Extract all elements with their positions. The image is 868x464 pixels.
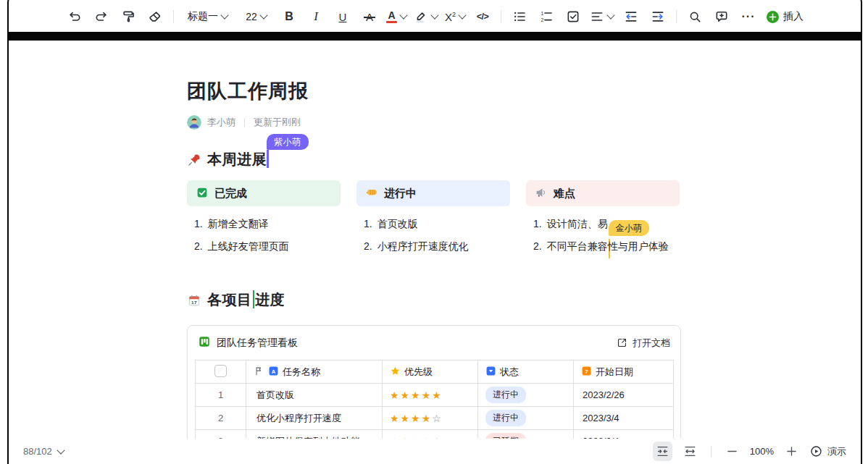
list-item[interactable]: 不同平台兼容性与用户体验 (526, 240, 680, 253)
document-canvas[interactable]: 团队工作周报 李小萌 更新于刚刚 本周进展紫小萌 已完成 (9, 41, 861, 439)
bold-button[interactable]: B (276, 6, 302, 28)
fit-width-button[interactable] (653, 442, 672, 461)
task-name-cell[interactable]: 优化小程序打开速度 (246, 407, 383, 430)
done-list: 新增全文翻译 上线好友管理页面 (187, 216, 341, 262)
comment-plus-icon (714, 9, 729, 24)
insert-button[interactable]: 插入 (762, 6, 808, 28)
list-item[interactable]: 上线好友管理页面 (187, 240, 341, 253)
task-name-cell[interactable]: 首页改版 (246, 384, 383, 407)
card-done[interactable]: 已完成 (187, 180, 341, 206)
status-badge[interactable]: 进行中 (485, 387, 526, 403)
embedded-board-card[interactable]: 团队任务管理看板 打开文档 A 任务名称 (187, 325, 681, 439)
section-heading-progress[interactable]: 本周进展紫小萌 (187, 150, 687, 169)
superscript-button[interactable]: X2 (442, 6, 469, 28)
embed-title: 团队任务管理看板 (217, 337, 298, 350)
list-item[interactable]: 新增全文翻译 (187, 217, 341, 230)
zoom-in-button[interactable] (785, 444, 798, 458)
status-badge[interactable]: 进行中 (485, 410, 526, 426)
search-icon (688, 9, 702, 24)
open-document-button[interactable]: 打开文档 (616, 337, 670, 350)
undo-button[interactable] (62, 6, 88, 28)
bullet-list-icon (512, 9, 527, 24)
column-header[interactable]: 状态 (500, 366, 519, 379)
present-button[interactable]: 演示 (809, 444, 846, 458)
priority-cell[interactable]: ★★★★☆ (383, 407, 478, 430)
fit-width-icon (656, 444, 669, 458)
italic-button[interactable]: I (303, 6, 329, 28)
font-color-swatch (386, 21, 397, 23)
column-header[interactable]: 开始日期 (596, 366, 633, 379)
outdent-button[interactable] (618, 6, 644, 28)
table-row[interactable]: 1 首页改版 ★★★★★ 进行中 2023/2/26 (196, 384, 674, 407)
list-item[interactable]: 设计简洁、易金小萌 (526, 217, 680, 230)
priority-cell[interactable]: ★★★★☆ (383, 430, 478, 439)
eraser-button[interactable] (142, 6, 168, 28)
collab-cursor-label: 紫小萌 (267, 134, 309, 150)
task-list-button[interactable] (560, 6, 586, 28)
task-list-icon (566, 9, 580, 24)
column-header[interactable]: 任务名称 (283, 366, 320, 379)
font-size-select[interactable]: 22 (238, 6, 275, 28)
table-row[interactable]: 2 优化小程序打开速度 ★★★★☆ 进行中 2023/3/4 (196, 407, 674, 430)
table-row[interactable]: 3 新增图片保存到本地功能 ★★★★☆ 已延期 2023/3/4 (196, 430, 674, 439)
bitable-icon (198, 335, 211, 350)
list-item[interactable]: 首页改版 (356, 217, 510, 230)
heading-style-select[interactable]: 标题一 (179, 6, 237, 28)
author-name[interactable]: 李小萌 (207, 116, 235, 129)
open-external-icon (616, 337, 628, 349)
card-hard[interactable]: 难点 (526, 180, 680, 206)
view-controls: 100% 演示 (653, 442, 846, 461)
table-header-row: A 任务名称 优先级 状态 7 开始日期 (196, 360, 674, 384)
toolbar-divider (501, 10, 501, 23)
status-cell[interactable]: 进行中 (478, 407, 574, 430)
byline-divider (244, 118, 245, 127)
chevron-down-icon (606, 11, 614, 19)
indent-button[interactable] (645, 6, 671, 28)
underline-button[interactable]: U (330, 6, 356, 28)
status-badge[interactable]: 已延期 (485, 433, 526, 439)
zoom-out-button[interactable] (725, 444, 739, 458)
more-button[interactable]: ··· (735, 6, 761, 28)
task-name-cell[interactable]: 新增图片保存到本地功能 (246, 430, 383, 439)
progress-columns: 已完成 进行中 难点 新增全文翻译 上线好友管理页面 (187, 180, 687, 262)
date-cell[interactable]: 2023/3/4 (574, 407, 674, 430)
row-number: 1 (196, 384, 246, 407)
column-header[interactable]: 优先级 (404, 366, 433, 379)
check-emoji-icon (196, 186, 209, 201)
align-icon (590, 9, 604, 24)
section-heading-projects[interactable]: 17 各项目进度 (187, 290, 687, 309)
date-cell[interactable]: 2023/3/4 (574, 430, 674, 439)
highlight-color-button[interactable] (411, 6, 441, 28)
open-document-label: 打开文档 (633, 337, 670, 350)
bullet-list-button[interactable] (506, 6, 533, 28)
status-bar: 88/102 100% 演示 (9, 439, 861, 464)
date-cell[interactable]: 2023/2/26 (574, 384, 674, 407)
ordered-list-button[interactable]: 12 (533, 6, 559, 28)
heading-style-value: 标题一 (188, 10, 218, 23)
inline-code-button[interactable]: </> (470, 6, 496, 28)
font-color-button[interactable]: A (383, 6, 410, 28)
author-avatar[interactable] (187, 115, 201, 130)
align-button[interactable] (587, 6, 617, 28)
list-item[interactable]: 小程序打开速度优化 (356, 240, 510, 253)
strikethrough-button[interactable]: A (356, 6, 383, 28)
minus-icon (725, 444, 739, 458)
priority-cell[interactable]: ★★★★★ (383, 384, 478, 407)
embed-title-row: 团队任务管理看板 (198, 335, 298, 350)
search-button[interactable] (682, 6, 708, 28)
status-cell[interactable]: 进行中 (478, 384, 574, 407)
highlighter-icon (414, 9, 428, 24)
fit-page-icon (683, 444, 697, 458)
card-doing[interactable]: 进行中 (356, 180, 510, 206)
page-indicator[interactable]: 88/102 (23, 446, 64, 457)
collab-caret-green (253, 290, 255, 308)
comment-button[interactable] (709, 6, 735, 28)
select-all-checkbox[interactable] (214, 365, 227, 377)
fit-page-button[interactable] (683, 444, 697, 458)
redo-button[interactable] (88, 6, 114, 28)
status-cell[interactable]: 已延期 (478, 430, 574, 439)
format-painter-button[interactable] (115, 6, 141, 28)
doc-title[interactable]: 团队工作周报 (187, 78, 687, 104)
section-title: 本周进展 (207, 151, 267, 167)
task-table: A 任务名称 优先级 状态 7 开始日期 (195, 360, 674, 439)
